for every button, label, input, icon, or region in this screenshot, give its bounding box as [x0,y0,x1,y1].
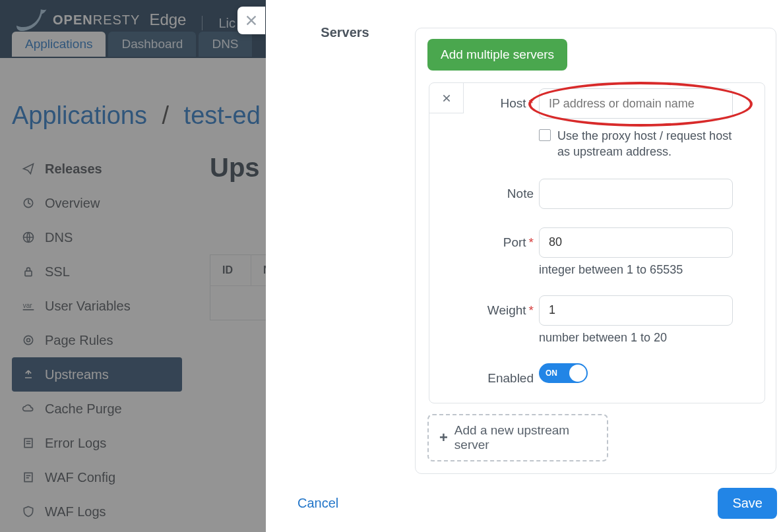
port-label: Port [503,235,526,249]
proxy-host-checkbox-label: Use the proxy host / request host as ups… [557,128,737,160]
enabled-toggle[interactable]: ON [539,363,588,383]
port-input[interactable] [539,227,733,258]
cancel-button[interactable]: Cancel [297,496,338,511]
proxy-host-checkbox[interactable] [539,129,551,141]
plus-icon: + [439,429,448,446]
server-box: Host* Use the proxy host / request host … [429,82,765,403]
weight-input[interactable] [539,295,733,326]
note-label: Note [507,187,534,200]
side-panel: Servers Add multiple servers Host* Use t… [266,0,781,532]
add-upstream-server-button[interactable]: + Add a new upstream server [427,414,608,461]
section-servers-label: Servers [266,25,424,40]
add-upstream-label: Add a new upstream server [454,423,596,452]
port-hint: integer between 1 to 65535 [539,263,745,277]
close-icon [244,13,259,28]
add-multiple-servers-button[interactable]: Add multiple servers [427,39,567,71]
host-label: Host [501,96,526,110]
weight-hint: number between 1 to 20 [539,331,745,345]
host-input[interactable] [539,88,733,119]
weight-label: Weight [487,303,526,317]
close-button[interactable] [237,7,265,34]
enabled-label: Enabled [487,371,534,385]
toggle-on-text: ON [546,369,557,378]
save-button[interactable]: Save [718,488,777,519]
note-input[interactable] [539,179,733,209]
toggle-knob [569,365,586,382]
servers-card: Add multiple servers Host* Use the proxy… [415,28,776,474]
